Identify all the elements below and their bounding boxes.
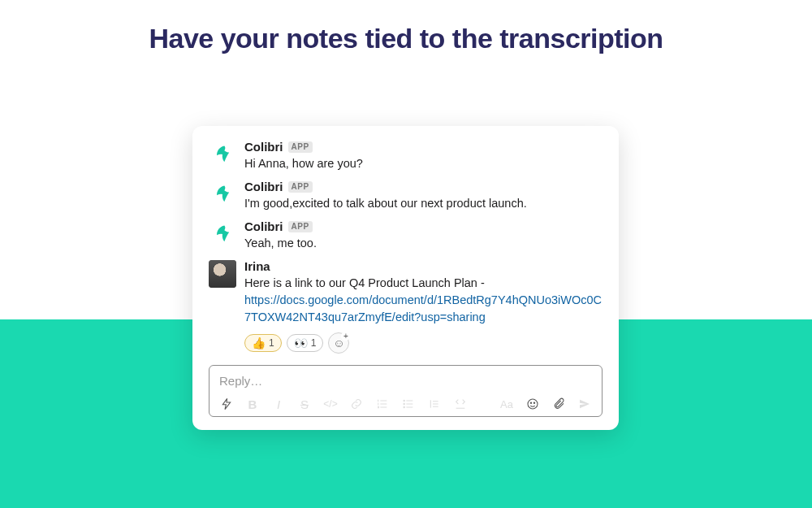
chat-card: Colibri APP Hi Anna, how are you? Colibr… <box>192 126 619 430</box>
svg-point-3 <box>528 399 538 409</box>
reaction-count: 1 <box>311 337 317 349</box>
page-title: Have your notes tied to the transcriptio… <box>0 23 812 54</box>
app-avatar <box>209 220 236 248</box>
link-button[interactable] <box>349 397 364 411</box>
svg-point-0 <box>404 400 404 401</box>
smile-icon: ☺ <box>333 336 344 350</box>
bullet-list-button[interactable] <box>401 397 416 411</box>
reply-input[interactable] <box>219 374 592 388</box>
emoji-button[interactable] <box>525 397 540 411</box>
app-badge: APP <box>288 221 313 232</box>
message-author: Colibri <box>244 220 283 232</box>
message-body: Yeah, me too. <box>244 235 603 252</box>
code-block-button[interactable] <box>453 397 468 411</box>
code-button[interactable]: </> <box>323 397 338 411</box>
composer-toolbar: B I S </> Aa <box>219 397 592 411</box>
message-body: I'm good,excited to talk about our next … <box>244 195 603 212</box>
message: Colibri APP I'm good,excited to talk abo… <box>209 180 603 212</box>
reaction-bar: 👍 1 👀 1 ☺ <box>244 332 603 354</box>
app-badge: APP <box>288 141 313 153</box>
message-body: Here is a link to our Q4 Product Launch … <box>244 275 603 326</box>
send-button[interactable] <box>577 397 592 411</box>
reaction-emoji: 👀 <box>294 336 308 350</box>
message-text: Here is a link to our Q4 Product Launch … <box>244 276 485 289</box>
message-link[interactable]: https://docs.google.com/document/d/1RBed… <box>244 293 602 323</box>
svg-point-2 <box>404 406 404 407</box>
add-reaction-button[interactable]: ☺ <box>328 332 349 354</box>
message-author: Irina <box>244 260 270 272</box>
svg-point-4 <box>530 402 531 403</box>
svg-point-5 <box>533 402 534 403</box>
strike-button[interactable]: S <box>297 397 312 411</box>
quote-button[interactable] <box>427 397 442 411</box>
message: Irina Here is a link to our Q4 Product L… <box>209 260 603 326</box>
attach-button[interactable] <box>551 397 566 411</box>
lightning-icon[interactable] <box>219 397 234 411</box>
reply-composer: B I S </> Aa <box>209 365 603 417</box>
message: Colibri APP Hi Anna, how are you? <box>209 141 603 172</box>
ordered-list-button[interactable] <box>375 397 390 411</box>
user-avatar <box>209 260 236 288</box>
message: Colibri APP Yeah, me too. <box>209 220 603 252</box>
reaction-pill[interactable]: 👍 1 <box>244 334 282 352</box>
reaction-pill[interactable]: 👀 1 <box>287 334 324 352</box>
svg-point-1 <box>404 403 404 404</box>
message-author: Colibri <box>244 141 283 153</box>
text-format-button[interactable]: Aa <box>499 397 514 411</box>
reaction-count: 1 <box>269 337 274 349</box>
app-avatar <box>209 141 236 168</box>
app-avatar <box>209 180 236 208</box>
app-badge: APP <box>288 181 313 193</box>
bold-button[interactable]: B <box>245 397 260 411</box>
reaction-emoji: 👍 <box>252 336 266 350</box>
italic-button[interactable]: I <box>271 397 286 411</box>
message-body: Hi Anna, how are you? <box>244 155 603 172</box>
message-author: Colibri <box>244 180 283 193</box>
